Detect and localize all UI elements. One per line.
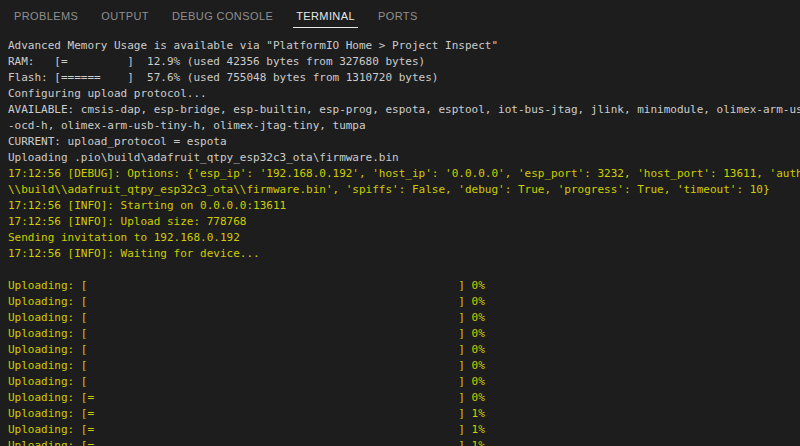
terminal-line-memory-usage: Advanced Memory Usage is available via "… (8, 38, 800, 54)
terminal-line-progress: Uploading: [ ] 0% (8, 358, 800, 374)
terminal-line-progress: Uploading: [ ] 0% (8, 342, 800, 358)
terminal-line-progress: Uploading: [ ] 0% (8, 374, 800, 390)
terminal-line-configuring: Configuring upload protocol... (8, 86, 800, 102)
terminal-line-available: AVAILABLE: cmsis-dap, esp-bridge, esp-bu… (8, 102, 800, 118)
terminal-line-progress: Uploading: [= ] 1% (8, 438, 800, 446)
terminal-line-blank (8, 262, 800, 278)
tab-terminal[interactable]: TERMINAL (293, 6, 358, 28)
terminal-line-upload-size: 17:12:56 [INFO]: Upload size: 778768 (8, 214, 800, 230)
terminal-line-debug-options: 17:12:56 [DEBUG]: Options: {'esp_ip': '1… (8, 166, 800, 182)
tab-ports[interactable]: PORTS (375, 6, 421, 28)
terminal-line-progress: Uploading: [= ] 0% (8, 390, 800, 406)
tab-debug-console[interactable]: DEBUG CONSOLE (169, 6, 276, 28)
terminal-line-flash: Flash: [====== ] 57.6% (used 755048 byte… (8, 70, 800, 86)
terminal-line-options-wrap: \\build\\adafruit_qtpy_esp32c3_ota\\firm… (8, 182, 800, 198)
terminal-line-waiting: 17:12:56 [INFO]: Waiting for device... (8, 246, 800, 262)
terminal-line-info-starting: 17:12:56 [INFO]: Starting on 0.0.0.0:136… (8, 198, 800, 214)
terminal-line-available-wrap: -ocd-h, olimex-arm-usb-tiny-h, olimex-jt… (8, 118, 800, 134)
terminal-line-ram: RAM: [= ] 12.9% (used 42356 bytes from 3… (8, 54, 800, 70)
terminal-line-progress: Uploading: [= ] 1% (8, 422, 800, 438)
terminal-output[interactable]: Advanced Memory Usage is available via "… (0, 33, 800, 446)
terminal-line-progress: Uploading: [ ] 0% (8, 278, 800, 294)
tab-problems[interactable]: PROBLEMS (11, 6, 81, 28)
terminal-line-uploading-bin: Uploading .pio\build\adafruit_qtpy_esp32… (8, 150, 800, 166)
terminal-line-invitation: Sending invitation to 192.168.0.192 (8, 230, 800, 246)
tab-output[interactable]: OUTPUT (98, 6, 152, 28)
terminal-line-current: CURRENT: upload_protocol = espota (8, 134, 800, 150)
panel-tab-bar: PROBLEMS OUTPUT DEBUG CONSOLE TERMINAL P… (0, 0, 800, 33)
terminal-line-progress: Uploading: [= ] 1% (8, 406, 800, 422)
terminal-line-progress: Uploading: [ ] 0% (8, 310, 800, 326)
terminal-line-progress: Uploading: [ ] 0% (8, 294, 800, 310)
terminal-line-progress: Uploading: [ ] 0% (8, 326, 800, 342)
